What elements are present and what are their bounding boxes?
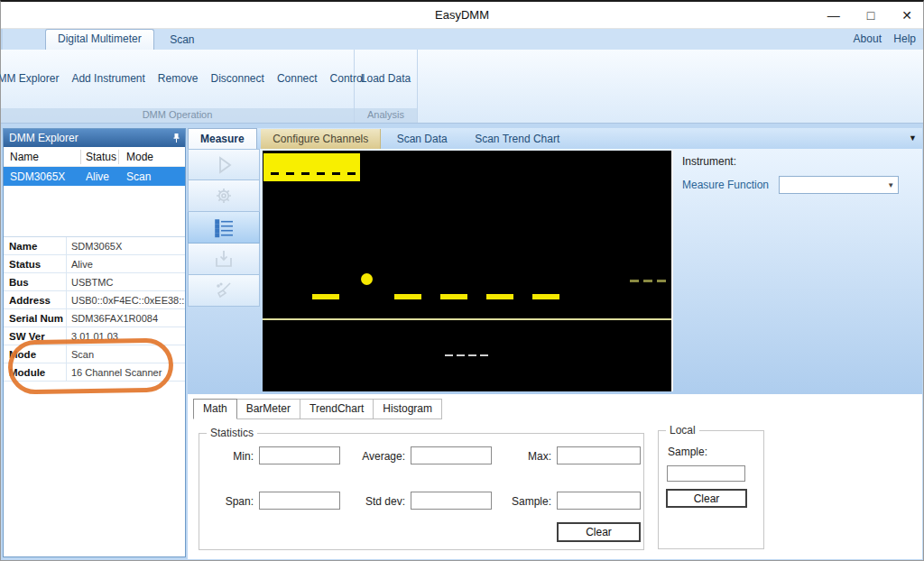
ribbon-tab-row: Digital Multimeter Scan About Help bbox=[1, 29, 923, 50]
tab-math[interactable]: Math bbox=[193, 399, 237, 419]
save-data-button[interactable] bbox=[188, 244, 260, 275]
prop-value-status: Alive bbox=[67, 255, 185, 272]
statistics-clear-button[interactable]: Clear bbox=[557, 522, 641, 542]
clear-display-button[interactable] bbox=[188, 275, 260, 307]
connect-button[interactable]: Connect bbox=[271, 67, 324, 90]
remove-button[interactable]: Remove bbox=[152, 67, 205, 90]
dmm-explorer-header: DMM Explorer bbox=[4, 129, 185, 147]
maximize-button[interactable]: □ bbox=[867, 9, 874, 22]
prop-value-mode: Scan bbox=[67, 345, 185, 363]
local-clear-button[interactable]: Clear bbox=[666, 489, 747, 508]
minimize-button[interactable]: — bbox=[827, 9, 840, 22]
dmm-explorer-button[interactable]: DMM Explorer bbox=[0, 67, 65, 90]
property-row: Name SDM3065X bbox=[4, 237, 185, 255]
display-unit-dash bbox=[630, 280, 639, 282]
window-controls: — □ ✕ bbox=[827, 2, 912, 28]
property-grid: Name SDM3065X Status Alive Bus USBTMC Ad… bbox=[4, 237, 185, 382]
max-field[interactable] bbox=[557, 446, 641, 464]
settings-icon bbox=[212, 184, 236, 207]
tab-measure[interactable]: Measure bbox=[188, 128, 257, 149]
display-sub-dash bbox=[445, 354, 453, 356]
tab-trendchart[interactable]: TrendChart bbox=[300, 399, 374, 419]
tab-overflow-icon[interactable]: ▼ bbox=[909, 133, 917, 143]
about-link[interactable]: About bbox=[854, 32, 882, 45]
display-digit-dash bbox=[312, 294, 339, 299]
tab-histogram[interactable]: Histogram bbox=[374, 399, 442, 419]
local-sample-field[interactable] bbox=[667, 465, 745, 482]
column-status: Status bbox=[81, 150, 119, 164]
ribbon-tab-scan[interactable]: Scan bbox=[158, 30, 206, 50]
group-label-dmm-operation: DMM Operation bbox=[1, 108, 354, 123]
display-digit-dash bbox=[486, 294, 513, 299]
prop-label-mode: Mode bbox=[4, 345, 67, 363]
sample-label: Sample: bbox=[481, 495, 551, 508]
local-groupbox: Local Sample: Clear bbox=[658, 430, 764, 549]
span-label: Span: bbox=[199, 495, 254, 508]
analysis-panel: Math BarMeter TrendChart Histogram Stati… bbox=[188, 394, 922, 559]
property-row: Status Alive bbox=[4, 255, 185, 273]
prop-label-name: Name bbox=[4, 237, 67, 254]
instrument-status: Alive bbox=[81, 170, 119, 183]
pin-icon[interactable] bbox=[172, 133, 180, 143]
stddev-field[interactable] bbox=[411, 492, 492, 510]
group-analysis: Load Data Analysis bbox=[355, 50, 418, 123]
min-field[interactable] bbox=[259, 446, 340, 464]
display-sub-dash bbox=[480, 354, 488, 356]
display-digit-dash bbox=[394, 294, 421, 299]
display-decimal-dot bbox=[361, 273, 373, 285]
instrument-name: SDM3065X bbox=[4, 170, 81, 183]
local-sample-label: Sample: bbox=[668, 446, 722, 458]
min-label: Min: bbox=[199, 450, 254, 463]
tab-scan-data[interactable]: Scan Data bbox=[385, 129, 459, 150]
property-row: Bus USBTMC bbox=[4, 273, 185, 291]
prop-value-serial: SDM36FAX1R0084 bbox=[67, 309, 185, 326]
tab-scan-trend-chart[interactable]: Scan Trend Chart bbox=[463, 129, 571, 150]
property-row: Mode Scan bbox=[4, 345, 185, 363]
run-button[interactable] bbox=[188, 149, 260, 180]
property-row: Address USB0::0xF4EC::0xEE38::... bbox=[4, 291, 185, 309]
instrument-row-selected[interactable]: SDM3065X Alive Scan bbox=[4, 167, 185, 186]
close-button[interactable]: ✕ bbox=[901, 9, 912, 22]
load-data-button[interactable]: Load Data bbox=[355, 67, 417, 90]
settings-button[interactable] bbox=[188, 180, 260, 212]
group-dmm-operation: DMM Explorer Add Instrument Remove Disco… bbox=[1, 50, 355, 123]
property-row: Module 16 Channel Scanner bbox=[4, 363, 185, 382]
title-bar: EasyDMM — □ ✕ bbox=[1, 2, 923, 29]
prop-label-bus: Bus bbox=[4, 273, 67, 290]
local-title: Local bbox=[666, 424, 699, 437]
measure-function-dropdown[interactable]: ▼ bbox=[779, 176, 899, 194]
add-instrument-button[interactable]: Add Instrument bbox=[65, 67, 151, 90]
tab-configure-channels[interactable]: Configure Channels bbox=[261, 129, 381, 150]
measure-function-label: Measure Function bbox=[682, 179, 769, 191]
display-sub-dash bbox=[468, 354, 476, 356]
display-secondary-readout bbox=[263, 153, 360, 181]
instrument-table-header: Name Status Mode bbox=[4, 147, 185, 167]
ribbon-tab-digital-multimeter[interactable]: Digital Multimeter bbox=[45, 29, 154, 50]
group-label-analysis: Analysis bbox=[355, 108, 417, 123]
instrument-list-empty-space bbox=[4, 186, 185, 237]
easydmm-window: EasyDMM — □ ✕ Digital Multimeter Scan Ab… bbox=[0, 0, 924, 561]
property-row: SW Ver 3.01.01.03 bbox=[4, 327, 185, 345]
disconnect-button[interactable]: Disconnect bbox=[205, 67, 271, 90]
measure-function-value bbox=[780, 177, 898, 179]
display-digit-dash bbox=[440, 294, 467, 299]
display-unit-dash bbox=[657, 280, 666, 282]
analysis-tab-strip: Math BarMeter TrendChart Histogram bbox=[193, 399, 442, 419]
ribbon-links: About Help bbox=[845, 32, 916, 45]
column-mode: Mode bbox=[119, 150, 185, 164]
help-link[interactable]: Help bbox=[893, 32, 916, 45]
tab-barmeter[interactable]: BarMeter bbox=[237, 399, 300, 419]
max-label: Max: bbox=[481, 450, 551, 463]
sample-field[interactable] bbox=[557, 492, 641, 510]
average-field[interactable] bbox=[411, 446, 492, 464]
stddev-label: Std dev: bbox=[333, 495, 405, 508]
combo-arrow-icon: ▼ bbox=[887, 181, 894, 189]
span-field[interactable] bbox=[259, 492, 340, 510]
channel-list-button[interactable] bbox=[188, 212, 260, 244]
display-unit-dash bbox=[643, 280, 652, 282]
display-sub-dash bbox=[457, 354, 465, 356]
instrument-info-panel: Instrument: Measure Function ▼ bbox=[675, 149, 922, 394]
clear-display-icon bbox=[212, 279, 236, 302]
display-digit-dash bbox=[532, 294, 559, 299]
prop-value-swver: 3.01.01.03 bbox=[67, 327, 185, 345]
